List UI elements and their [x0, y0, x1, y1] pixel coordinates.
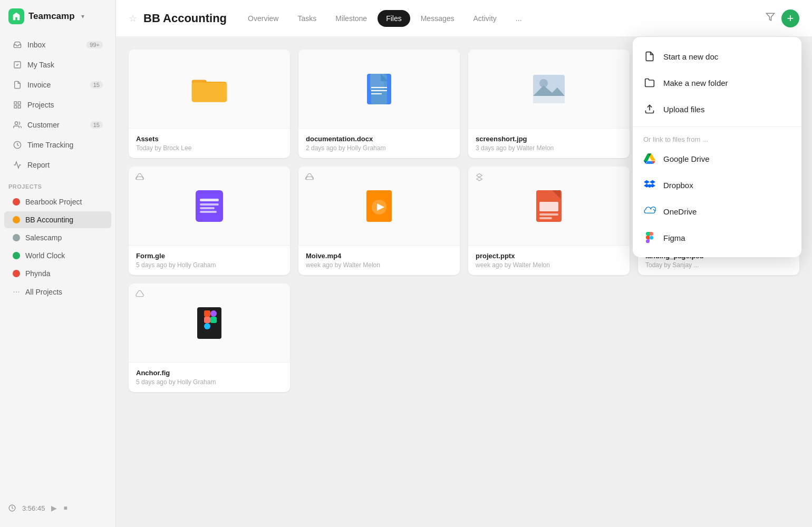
sidebar: Teamcamp ▾ Inbox 99+ My Task Invoice 15 … — [0, 0, 116, 527]
dropdown-figma[interactable]: Figma — [633, 225, 801, 251]
mytask-label: My Task — [27, 61, 54, 69]
projects-icon — [13, 100, 22, 110]
customer-icon — [13, 120, 22, 130]
sidebar-item-report[interactable]: Report — [4, 155, 111, 174]
figma-icon — [643, 231, 656, 244]
file-info-moive: Moive.mp4 week ago by Walter Melon — [298, 246, 460, 275]
tab-messages[interactable]: Messages — [412, 10, 463, 27]
dropdown-dropbox[interactable]: Dropbox — [633, 172, 801, 198]
file-card-anchorfig[interactable]: Anchor.fig 5 days ago by Holly Graham — [129, 284, 290, 392]
clock-icon — [13, 140, 22, 150]
invoice-badge: 15 — [90, 81, 103, 89]
tab-activity[interactable]: Activity — [465, 10, 505, 27]
sidebar-project-phynda[interactable]: Phynda — [4, 265, 111, 282]
svg-rect-3 — [18, 105, 21, 108]
gle-icon — [194, 189, 225, 223]
project-dot-bearbook — [13, 198, 20, 206]
sidebar-project-bbaccounting[interactable]: BB Accounting — [4, 211, 111, 228]
sidebar-project-salescamp[interactable]: Salescamp — [4, 229, 111, 246]
new-folder-icon — [643, 76, 656, 89]
dropdown-divider — [633, 126, 801, 127]
dropdown-upload[interactable]: Upload files — [633, 96, 801, 122]
new-folder-label: Make a new folder — [663, 79, 728, 87]
drive-cloud3-icon — [135, 290, 144, 299]
dropbox-label: Dropbox — [663, 181, 693, 190]
tab-more[interactable]: ... — [507, 10, 530, 27]
sidebar-item-timetracking[interactable]: Time Tracking — [4, 135, 111, 154]
dropdown-new-doc[interactable]: Start a new doc — [633, 43, 801, 70]
filter-icon[interactable] — [766, 12, 775, 24]
project-title: BB Accounting — [143, 12, 227, 25]
file-meta-landingpage: Today by Sanjay ... — [645, 261, 792, 269]
customer-label: Customer — [27, 121, 60, 129]
drive-cloud2-icon — [305, 173, 314, 182]
file-name-assets: Assets — [136, 135, 283, 143]
tab-overview[interactable]: Overview — [239, 10, 287, 27]
brand[interactable]: Teamcamp ▾ — [0, 8, 115, 35]
play-icon[interactable]: ▶ — [51, 504, 57, 512]
gdrive-label: Google Drive — [663, 154, 710, 163]
file-name-anchorfig: Anchor.fig — [136, 369, 283, 377]
link-section-label: Or link to files from ... — [633, 131, 801, 145]
sidebar-item-projects[interactable]: Projects — [4, 95, 111, 114]
star-icon[interactable]: ☆ — [129, 13, 137, 24]
header-right: + — [766, 9, 799, 27]
tab-files[interactable]: Files — [378, 10, 410, 27]
dropdown-onedrive[interactable]: OneDrive — [633, 198, 801, 225]
project-label-worldclock: World Clock — [25, 251, 65, 260]
dropdown-gdrive[interactable]: Google Drive — [633, 145, 801, 172]
nav-tabs: Overview Tasks Milestone Files Messages … — [239, 10, 530, 27]
sidebar-item-inbox[interactable]: Inbox 99+ — [4, 35, 111, 54]
file-meta-documentation: 2 days ago by Holly Graham — [306, 144, 452, 152]
file-info-documentation: documentation.docx 2 days ago by Holly G… — [298, 129, 460, 158]
file-meta-anchorfig: 5 days ago by Holly Graham — [136, 378, 283, 386]
svg-rect-29 — [196, 190, 223, 222]
file-card-formgle[interactable]: Form.gle 5 days ago by Holly Graham — [129, 167, 290, 275]
svg-rect-49 — [210, 317, 217, 323]
file-info-screenshot: screenshort.jpg 3 days ago by Walter Mel… — [468, 129, 630, 158]
sidebar-project-allprojects[interactable]: ··· All Projects — [4, 283, 111, 301]
sidebar-item-invoice[interactable]: Invoice 15 — [4, 75, 111, 94]
tab-tasks[interactable]: Tasks — [289, 10, 325, 27]
file-card-project[interactable]: project.pptx week ago by Walter Melon — [468, 167, 630, 275]
dropdown-new-folder[interactable]: Make a new folder — [633, 70, 801, 96]
file-thumb-formgle — [129, 167, 290, 246]
upload-icon — [643, 103, 656, 115]
svg-rect-39 — [539, 202, 558, 211]
inbox-label: Inbox — [27, 41, 45, 49]
new-doc-icon — [643, 50, 656, 63]
project-label-allprojects: All Projects — [25, 288, 62, 296]
svg-rect-1 — [14, 102, 17, 104]
sidebar-item-customer[interactable]: Customer 15 — [4, 115, 111, 134]
invoice-label: Invoice — [27, 81, 51, 89]
file-name-formgle: Form.gle — [136, 252, 283, 260]
file-card-assets[interactable]: Assets Today by Brock Lee — [129, 50, 290, 158]
customer-badge: 15 — [90, 121, 103, 129]
file-info-assets: Assets Today by Brock Lee — [129, 129, 290, 158]
stop-icon[interactable]: ■ — [63, 504, 67, 512]
tab-milestone[interactable]: Milestone — [327, 10, 375, 27]
svg-rect-11 — [192, 82, 227, 102]
projects-section-label: Projects — [0, 175, 115, 193]
svg-rect-30 — [200, 199, 219, 201]
sidebar-item-mytask[interactable]: My Task — [4, 55, 111, 74]
add-button[interactable]: + — [781, 9, 799, 27]
brand-logo — [8, 8, 24, 24]
file-thumb-anchorfig — [129, 284, 290, 363]
svg-rect-22 — [533, 96, 565, 103]
file-name-moive: Moive.mp4 — [306, 252, 452, 260]
file-card-documentation[interactable]: documentation.docx 2 days ago by Holly G… — [298, 50, 460, 158]
project-label-bearbook: Bearbook Project — [25, 198, 82, 206]
folder-icon — [191, 73, 228, 105]
sidebar-project-bearbook[interactable]: Bearbook Project — [4, 193, 111, 210]
svg-rect-32 — [200, 207, 215, 209]
dropbox-cloud-icon — [475, 173, 484, 182]
file-card-moive[interactable]: Moive.mp4 week ago by Walter Melon — [298, 167, 460, 275]
svg-rect-2 — [18, 102, 21, 104]
svg-marker-8 — [767, 13, 775, 21]
file-card-screenshot[interactable]: screenshort.jpg 3 days ago by Walter Mel… — [468, 50, 630, 158]
svg-point-5 — [15, 122, 17, 124]
sidebar-project-worldclock[interactable]: World Clock — [4, 247, 111, 264]
timetracking-label: Time Tracking — [27, 141, 73, 149]
pptx-icon — [535, 189, 563, 223]
